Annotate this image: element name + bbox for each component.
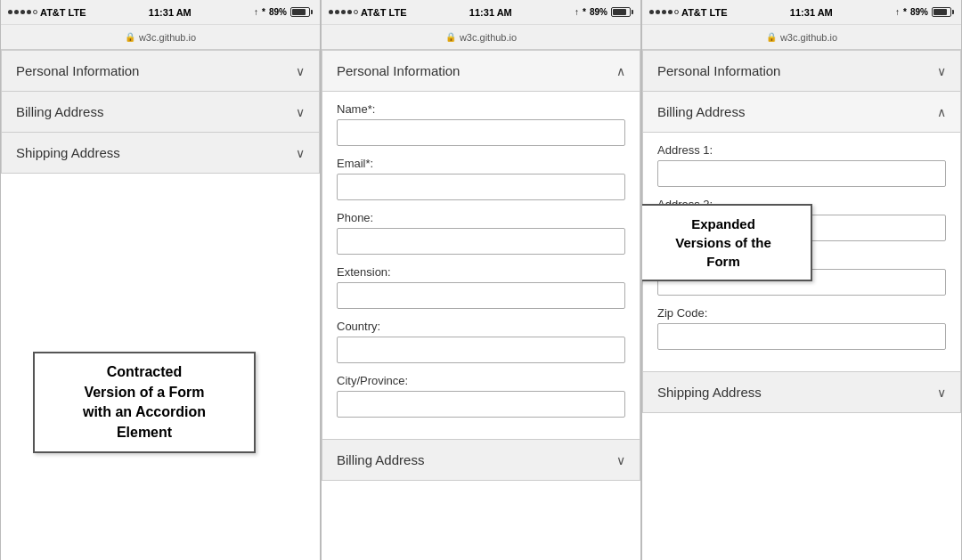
dot3: [20, 10, 25, 14]
phone-3: AT&T LTE 11:31 AM ↑ * 89% 🔒 w3c.github.i…: [641, 0, 962, 560]
url-text-3: w3c.github.io: [780, 32, 837, 43]
accordion-label-personal-1: Personal Information: [16, 63, 139, 78]
battery-percent-3: 89%: [910, 7, 928, 17]
status-left-1: AT&T LTE: [8, 7, 86, 18]
accordion-header-personal-3[interactable]: Personal Information ∨: [642, 50, 961, 92]
status-left-2: AT&T LTE: [329, 7, 407, 18]
caption-text-1: ContractedVersion of a Formwith an Accor…: [83, 364, 206, 439]
chevron-shipping-1: ∨: [296, 146, 305, 160]
label-zip: Zip Code:: [657, 306, 946, 320]
accordion-body-billing-3: Address 1: Address 2: State: Zip Code:: [642, 133, 961, 372]
carrier-label-1: AT&T LTE: [40, 7, 86, 18]
form-group-city: City/Province:: [337, 374, 625, 418]
url-bar-3: 🔒 w3c.github.io: [642, 25, 961, 50]
dot4: [27, 10, 31, 14]
label-phone: Phone:: [337, 211, 625, 224]
label-name: Name*:: [337, 102, 625, 116]
dot4: [668, 10, 673, 14]
status-bar-1: AT&T LTE 11:31 AM ↑ * 89%: [1, 0, 320, 25]
accordion-label-billing-1: Billing Address: [16, 104, 103, 119]
accordion-3: Personal Information ∨ Billing Address ∧…: [642, 50, 961, 413]
input-country[interactable]: [337, 337, 625, 363]
accordion-header-personal-2[interactable]: Personal Information ∧: [322, 50, 640, 92]
chevron-billing-1: ∨: [296, 105, 305, 119]
chevron-personal-1: ∨: [296, 64, 305, 78]
dot1: [8, 10, 12, 14]
form-group-phone: Phone:: [337, 211, 625, 255]
label-extension: Extension:: [337, 265, 625, 279]
dot5: [33, 10, 37, 14]
chevron-billing-3: ∧: [937, 105, 946, 119]
dot2: [14, 10, 19, 14]
signal-dots-1: [8, 10, 37, 14]
accordion-label-billing-2: Billing Address: [337, 452, 424, 467]
lock-icon-2: 🔒: [445, 32, 456, 42]
time-label-2: 11:31 AM: [469, 7, 512, 18]
accordion-header-personal-1[interactable]: Personal Information ∨: [1, 50, 320, 92]
arrow-icon-3: ↑: [895, 7, 900, 17]
input-addr1[interactable]: [657, 160, 946, 187]
input-extension[interactable]: [337, 282, 625, 309]
signal-dots-3: [649, 10, 679, 14]
caption-box-3: ExpandedVersions of theForm: [642, 204, 812, 281]
phone-content-3: Personal Information ∨ Billing Address ∧…: [642, 50, 961, 560]
battery-icon-1: [290, 7, 313, 17]
input-name[interactable]: [337, 119, 625, 146]
form-group-zip: Zip Code:: [657, 306, 946, 350]
status-bar-3: AT&T LTE 11:31 AM ↑ * 89%: [642, 0, 961, 25]
accordion-header-billing-1[interactable]: Billing Address ∨: [1, 92, 320, 133]
accordion-label-shipping-3: Shipping Address: [657, 385, 762, 400]
chevron-personal-2: ∧: [616, 64, 625, 78]
label-addr1: Address 1:: [657, 143, 946, 157]
phone-content-1: Personal Information ∨ Billing Address ∨…: [1, 50, 320, 560]
battery-percent-2: 89%: [590, 7, 607, 17]
accordion-header-shipping-3[interactable]: Shipping Address ∨: [642, 372, 961, 413]
accordion-header-billing-3[interactable]: Billing Address ∧: [642, 92, 961, 133]
arrow-icon-1: ↑: [254, 7, 258, 17]
accordion-label-personal-2: Personal Information: [337, 63, 460, 78]
dot3: [662, 10, 666, 14]
accordion-2: Personal Information ∧ Name*: Email*: Ph…: [322, 50, 640, 481]
accordion-header-shipping-1[interactable]: Shipping Address ∨: [1, 133, 320, 174]
lock-icon-3: 🔒: [766, 32, 777, 42]
status-right-3: ↑ * 89%: [895, 7, 954, 17]
caption-box-1: ContractedVersion of a Formwith an Accor…: [33, 352, 256, 453]
form-group-name: Name*:: [337, 102, 625, 146]
accordion-label-personal-3: Personal Information: [657, 63, 780, 78]
dot4: [347, 10, 352, 14]
url-text-2: w3c.github.io: [460, 32, 517, 43]
form-group-country: Country:: [337, 320, 625, 363]
carrier-label-3: AT&T LTE: [681, 7, 728, 18]
url-text-1: w3c.github.io: [139, 32, 196, 43]
input-zip[interactable]: [657, 323, 946, 350]
phone-1: AT&T LTE 11:31 AM ↑ * 89% 🔒 w3c.github.i…: [0, 0, 321, 560]
chevron-shipping-3: ∨: [937, 386, 946, 400]
input-email[interactable]: [337, 174, 625, 200]
status-left-3: AT&T LTE: [649, 7, 728, 18]
accordion-label-billing-3: Billing Address: [657, 104, 745, 119]
dot2: [335, 10, 339, 14]
bluetooth-icon-2: *: [583, 7, 586, 17]
phone-content-2: Personal Information ∧ Name*: Email*: Ph…: [322, 50, 640, 560]
input-city[interactable]: [337, 391, 625, 418]
accordion-header-billing-2[interactable]: Billing Address ∨: [322, 440, 640, 481]
form-group-email: Email*:: [337, 157, 625, 200]
dot1: [329, 10, 333, 14]
bluetooth-icon-1: *: [262, 7, 265, 17]
battery-icon-3: [932, 7, 954, 17]
phone-2: AT&T LTE 11:31 AM ↑ * 89% 🔒 w3c.github.i…: [321, 0, 641, 560]
carrier-label-2: AT&T LTE: [361, 7, 407, 18]
accordion-1: Personal Information ∨ Billing Address ∨…: [1, 50, 320, 174]
form-group-extension: Extension:: [337, 265, 625, 309]
signal-dots-2: [329, 10, 358, 14]
url-bar-2: 🔒 w3c.github.io: [322, 25, 640, 50]
battery-percent-1: 89%: [269, 7, 287, 17]
page-wrapper: AT&T LTE 11:31 AM ↑ * 89% 🔒 w3c.github.i…: [0, 0, 962, 560]
caption-text-3: ExpandedVersions of theForm: [675, 216, 771, 269]
dot3: [341, 10, 346, 14]
arrow-icon-2: ↑: [575, 7, 579, 17]
battery-icon-2: [611, 7, 633, 17]
label-country: Country:: [337, 320, 625, 333]
input-phone[interactable]: [337, 228, 625, 255]
accordion-body-personal-2: Name*: Email*: Phone: Extension:: [322, 92, 640, 440]
